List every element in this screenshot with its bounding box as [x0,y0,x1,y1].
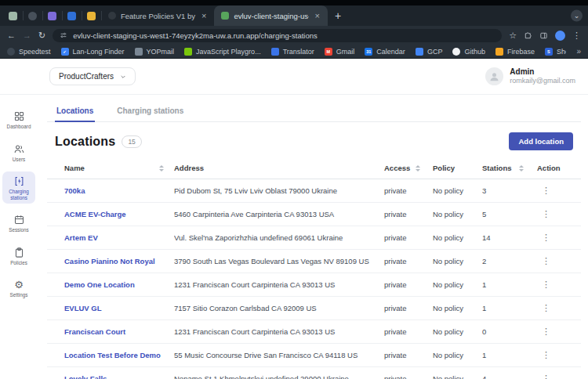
address-bar[interactable]: evluv-client-staging-us-west1-74eyzyk2ma… [53,29,502,42]
location-name-link[interactable]: Artem EV [64,233,98,242]
tab-strip: Feature Policies V1 by nahu... × evluv-c… [0,5,588,26]
location-name-link[interactable]: Casino Pianino Not Royal [64,257,155,265]
pinned-tab-icon [48,12,56,20]
bookmark-item[interactable]: 31 Calendar [365,48,405,56]
location-name-link[interactable]: 700ka [64,186,85,195]
table-row: Location Test Before Demo 55 Music Conco… [47,344,581,367]
bookmark-item[interactable]: GCP [416,48,443,56]
add-location-button[interactable]: Add location [509,132,573,150]
sidebar-label: Sessions [9,227,29,233]
policy-cell: No policy [433,344,482,367]
location-name-link[interactable]: Location Test Before Demo [64,351,161,359]
bookmarks-overflow-icon[interactable]: » [576,47,581,56]
column-header-policy: Policy [433,159,482,179]
pinned-tab[interactable] [3,5,23,26]
pinned-tab-icon [67,12,76,20]
sidebar-label: Dashboard [7,124,31,130]
tab-charging-stations[interactable]: Charging stations [115,101,185,122]
table-row: EVLUV GL 7157 Sitio Corazon Carlsbad CA … [47,297,581,320]
row-actions-kebab-icon[interactable]: ⋮ [542,256,550,265]
column-header-stations[interactable]: Stations [482,159,537,179]
access-cell: private [384,179,433,203]
profile-avatar[interactable] [555,31,565,41]
toolbar-right-icons: ☆ ⋮ [509,31,581,41]
url-text: evluv-client-staging-us-west1-74eyzyk2ma… [73,31,318,40]
row-actions-kebab-icon[interactable]: ⋮ [542,233,550,242]
new-tab-button[interactable]: + [335,10,341,21]
location-name-link[interactable]: Lovely Falls [64,374,107,379]
reload-icon[interactable]: ↻ [38,31,45,40]
location-name-link[interactable]: ACME EV-Charge [64,210,126,218]
pinned-tab[interactable] [82,5,101,26]
bookmark-item[interactable]: Translator [271,48,314,56]
policy-cell: No policy [433,179,482,203]
bookmark-item[interactable]: S Shortcut [545,48,567,56]
stations-cell: 3 [482,179,537,203]
bookmark-item[interactable]: ✓ Lan-Long Finder [61,48,125,56]
table-row: Artem EV Vul. Skel'na Zaporizhzhia undef… [47,226,581,250]
column-label: Action [537,164,561,172]
tab-search-chevron-icon[interactable]: ⌄ [571,10,583,22]
access-cell: private [384,297,433,320]
table-body: 700ka Pid Dubom St, 75 Lviv Lviv Oblast … [47,179,581,379]
location-name-link[interactable]: Franciscan Court [64,327,125,336]
table-row: Demo One Location 1231 Franciscan Court … [47,273,581,297]
bookmark-item[interactable]: Firebase [495,48,535,56]
address-cell: 55 Music Concourse Drive San Francisco C… [174,344,384,367]
column-header-access[interactable]: Access [384,159,433,179]
row-actions-kebab-icon[interactable]: ⋮ [542,280,550,289]
browser-toolbar: ← → ↻ evluv-client-staging-us-west1-74ey… [0,26,588,45]
row-actions-kebab-icon[interactable]: ⋮ [542,327,550,336]
bookmark-item[interactable]: Github [452,48,485,56]
tab-close-icon[interactable]: × [201,12,207,20]
bookmark-item[interactable]: YOPmail [135,48,175,56]
main-content: Locations Charging stations Locations 15… [38,95,588,379]
location-name-link[interactable]: Demo One Location [64,280,135,289]
sidebar-item-sessions[interactable]: Sessions [2,210,35,236]
user-menu[interactable]: Admin romkaily@gmail.com [485,67,575,86]
location-name-link[interactable]: EVLUV GL [64,304,102,312]
sidebar-item-users[interactable]: Users [2,139,35,166]
sidebar-item-policies[interactable]: Policies [2,243,35,269]
bookmark-item[interactable]: JavaScript Playgro... [184,48,261,56]
sidebar-item-dashboard[interactable]: Dashboard [2,106,35,133]
sidebar-item-charging-stations[interactable]: Charging stations [2,171,35,204]
bookmark-favicon [271,48,279,56]
column-header-name[interactable]: Name [47,159,174,179]
address-cell: 5460 Carpinteria Ave Carpinteria CA 9301… [174,203,384,226]
pinned-tab[interactable] [62,5,82,26]
tab-close-icon[interactable]: × [314,12,320,20]
sidebar-item-settings[interactable]: ⚙ Settings [2,275,35,301]
sort-icon[interactable] [416,165,420,171]
bookmark-item[interactable]: M Gmail [325,48,355,56]
forward-icon[interactable]: → [23,31,31,40]
sort-icon[interactable] [159,165,164,171]
column-label: Policy [433,164,455,172]
org-name: ProductCrafters [59,72,114,81]
bookmark-favicon [7,48,15,56]
org-switcher[interactable]: ProductCrafters [49,67,136,85]
clipboard-icon [13,247,25,258]
row-actions-kebab-icon[interactable]: ⋮ [542,350,550,359]
pinned-tab[interactable] [42,5,62,26]
bookmark-label: Github [464,48,485,56]
row-actions-kebab-icon[interactable]: ⋮ [542,209,550,218]
site-settings-tune-icon[interactable] [60,31,67,39]
row-actions-kebab-icon[interactable]: ⋮ [542,374,550,379]
browser-tab[interactable]: Feature Policies V1 by nahu... × [101,5,214,26]
browser-menu-kebab-icon[interactable]: ⋮ [572,31,581,40]
back-icon[interactable]: ← [7,31,16,40]
extensions-icon[interactable] [524,31,532,40]
table-row: Franciscan Court 1231 Franciscan Court C… [47,320,581,344]
bookmark-item[interactable]: Speedtest [7,48,51,56]
bookmark-star-icon[interactable]: ☆ [509,31,517,40]
app-page: ProductCrafters Admin romkaily@gmail.com [0,59,588,379]
browser-tab[interactable]: evluv-client-staging-us-wes... × [214,5,327,26]
row-actions-kebab-icon[interactable]: ⋮ [542,186,550,195]
tab-locations[interactable]: Locations [55,101,95,122]
sort-icon[interactable] [519,165,524,171]
pinned-tab[interactable] [23,5,42,26]
side-panel-icon[interactable] [539,31,548,40]
row-actions-kebab-icon[interactable]: ⋮ [542,303,550,312]
address-cell: 1231 Franciscan Court Carpinteria CA 930… [174,320,384,344]
